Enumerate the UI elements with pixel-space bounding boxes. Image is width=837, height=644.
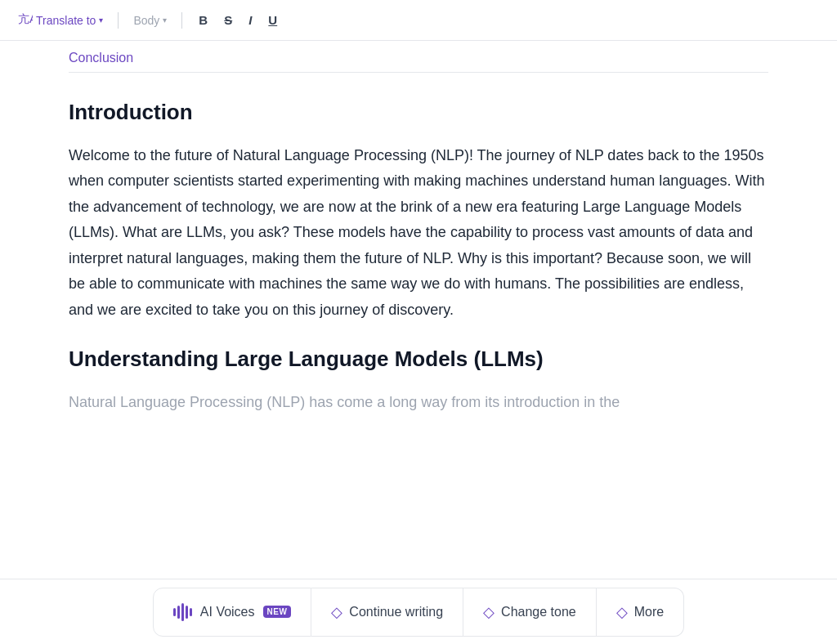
toolbar: 亢A Translate to ▾ Body ▾ B S I U [0,0,837,41]
more-button[interactable]: ◇ More [597,588,684,637]
toolbar-divider-2 [181,12,182,29]
new-badge: NEW [263,606,292,618]
translate-button[interactable]: 亢A Translate to ▾ [13,9,108,31]
body-style-dropdown[interactable]: Body ▾ [128,11,172,30]
svg-text:亢A: 亢A [18,12,33,25]
italic-button[interactable]: I [242,10,258,30]
continue-writing-label: Continue writing [349,605,443,619]
introduction-paragraph: Welcome to the future of Natural Languag… [69,143,768,324]
content-area: Conclusion Introduction Welcome to the f… [0,41,837,579]
ai-voices-button[interactable]: AI Voices NEW [153,588,312,637]
sparkle-icon-tone: ◇ [483,603,495,621]
chevron-down-icon: ▾ [99,16,103,25]
translate-icon: 亢A [18,12,33,28]
change-tone-label: Change tone [501,605,576,619]
translate-label: Translate to [36,14,96,27]
body-style-label: Body [133,14,159,27]
continue-writing-button[interactable]: ◇ Continue writing [311,588,463,637]
toolbar-left: 亢A Translate to ▾ Body ▾ B S I U [13,9,284,31]
llm-heading: Understanding Large Language Models (LLM… [69,346,768,373]
body-chevron-icon: ▾ [163,16,167,25]
more-label: More [634,605,664,619]
strikethrough-button[interactable]: S [217,10,239,30]
sparkle-icon-continue: ◇ [331,603,342,621]
ai-voices-label: AI Voices [200,605,255,619]
waveform-icon [173,603,192,621]
nlp-preview-text: Natural Language Processing (NLP) has co… [69,390,768,416]
sparkle-icon-more: ◇ [616,603,628,621]
bold-button[interactable]: B [192,10,214,30]
underline-button[interactable]: U [262,10,284,30]
introduction-heading: Introduction [69,99,768,127]
change-tone-button[interactable]: ◇ Change tone [463,588,597,637]
bottom-action-bar: AI Voices NEW ◇ Continue writing ◇ Chang… [0,579,837,644]
toolbar-divider-1 [118,12,119,29]
conclusion-nav-item[interactable]: Conclusion [69,41,768,73]
